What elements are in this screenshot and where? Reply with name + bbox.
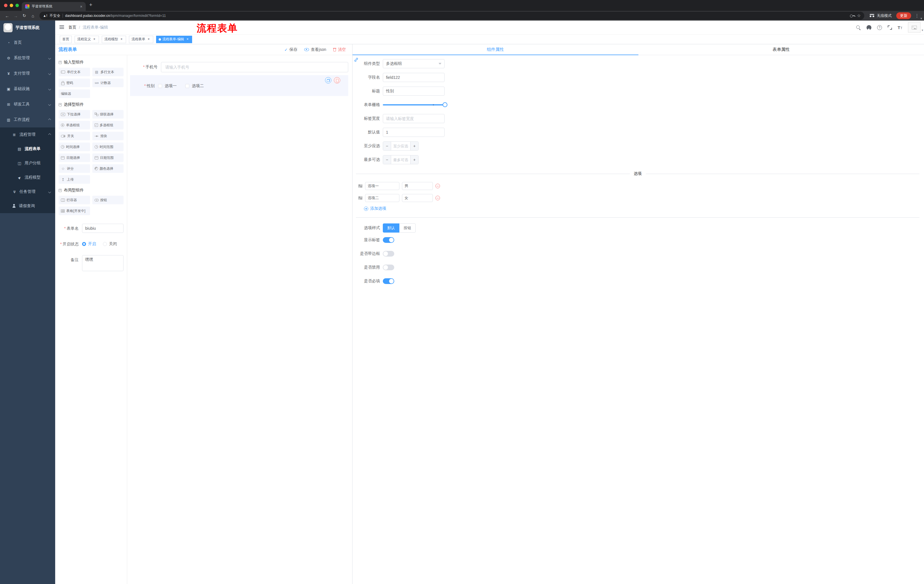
palette-item-select[interactable]: 下拉选择 — [59, 110, 90, 118]
palette-item-time-picker[interactable]: 时间选择 — [59, 143, 90, 151]
home-icon[interactable]: ⌂ — [29, 12, 37, 20]
tag-home[interactable]: 首页 — [60, 36, 72, 43]
palette-item-upload[interactable]: 上传 — [59, 175, 90, 184]
sidebar-item-task-management[interactable]: 任务管理 — [0, 184, 55, 199]
palette-item-password[interactable]: 密码 — [59, 79, 90, 87]
default-value-input[interactable] — [383, 128, 445, 137]
required-toggle[interactable] — [383, 278, 394, 284]
remove-option-icon[interactable] — [436, 196, 440, 200]
delete-component-button[interactable] — [334, 77, 340, 84]
show-label-toggle[interactable] — [383, 237, 394, 243]
style-default-button[interactable]: 默认 — [383, 224, 399, 233]
forward-icon[interactable]: → — [12, 12, 20, 20]
canvas-field-gender-selected[interactable]: 性别 选项一 选项二 — [130, 75, 348, 96]
increase-icon[interactable]: + — [410, 142, 418, 150]
sidebar-item-workflow[interactable]: 工作流程 — [0, 112, 55, 127]
palette-item-table[interactable]: 表格[开发中] — [59, 207, 90, 215]
clear-button[interactable]: 清空 — [333, 47, 346, 52]
field-name-input[interactable] — [383, 73, 445, 82]
sidebar-fold-button[interactable] — [55, 25, 68, 30]
link-icon[interactable] — [354, 58, 358, 63]
sidebar-item-home[interactable]: 首页 — [0, 35, 55, 50]
canvas-field-phone[interactable]: 手机号 — [127, 62, 352, 72]
label-width-input[interactable] — [383, 114, 445, 123]
tag-process-form-edit[interactable]: 流程表单-编辑 × — [156, 36, 192, 43]
back-icon[interactable]: ← — [3, 12, 12, 20]
sidebar-item-leave-query[interactable]: 请假查询 — [0, 199, 55, 213]
palette-item-slider[interactable]: 滑块 — [92, 132, 124, 140]
slider-handle[interactable] — [442, 102, 447, 107]
palette-item-editor[interactable]: 编辑器 — [59, 89, 90, 98]
drag-handle-icon[interactable] — [358, 196, 363, 200]
sidebar-item-user-group[interactable]: 用户分组 — [0, 156, 55, 170]
sidebar-item-system[interactable]: 系统管理 — [0, 50, 55, 66]
palette-item-multi-text[interactable]: 多行文本 — [92, 68, 124, 76]
sidebar-item-process-model[interactable]: 流程模型 — [0, 170, 55, 184]
view-json-button[interactable]: 查看json — [304, 47, 326, 52]
option-value-input[interactable] — [402, 194, 433, 202]
sidebar-item-infrastructure[interactable]: 基础设施 — [0, 81, 55, 97]
palette-item-cascader[interactable]: 级联选择 — [92, 110, 124, 118]
palette-item-checkbox-group[interactable]: 多选框组 — [92, 121, 124, 130]
title-input[interactable] — [383, 87, 445, 96]
palette-item-time-range[interactable]: 时间范围 — [92, 143, 124, 151]
min-select-input[interactable] — [391, 142, 410, 150]
form-remark-textarea[interactable]: 嘿嘿 — [82, 255, 124, 271]
form-grid-slider[interactable] — [383, 100, 447, 109]
save-button[interactable]: 保存 — [284, 47, 298, 52]
close-icon[interactable]: × — [92, 38, 96, 41]
tag-process-model[interactable]: 流程模型 × — [102, 36, 126, 43]
option-value-input[interactable] — [402, 182, 433, 190]
copy-component-button[interactable] — [325, 77, 332, 84]
disabled-toggle[interactable] — [383, 265, 394, 270]
breadcrumb-home[interactable]: 首页 — [68, 25, 76, 30]
palette-item-row-container[interactable]: 行容器 — [59, 196, 90, 204]
phone-input[interactable] — [161, 62, 348, 72]
reload-icon[interactable]: ↻ — [20, 12, 29, 20]
palette-item-date-range[interactable]: 日期范围 — [92, 153, 124, 162]
zoom-window-button[interactable] — [15, 4, 19, 7]
close-icon[interactable]: × — [119, 38, 124, 41]
radio-open[interactable]: 开启 — [82, 242, 96, 247]
browser-tab[interactable]: 芋道管理系统 × — [22, 2, 86, 11]
palette-item-single-text[interactable]: 单行文本 — [59, 68, 90, 76]
option-label-input[interactable] — [365, 182, 399, 190]
sidebar-item-payment[interactable]: 支付管理 — [0, 66, 55, 81]
add-option-button[interactable]: 添加选项 — [364, 206, 462, 211]
checkbox-option-one[interactable]: 选项一 — [158, 84, 177, 89]
security-label[interactable]: 不安全 — [50, 13, 60, 18]
close-tab-icon[interactable]: × — [79, 4, 84, 9]
border-toggle[interactable] — [383, 251, 394, 257]
drag-handle-icon[interactable] — [358, 184, 363, 188]
close-window-button[interactable] — [4, 4, 7, 7]
option-label-input[interactable] — [365, 194, 399, 202]
style-button-button[interactable]: 按钮 — [399, 224, 416, 233]
sidebar-item-devtools[interactable]: 研发工具 — [0, 97, 55, 112]
url-field[interactable]: ▲! 不安全 dashboard.yudao.iocoder.cn/bpm/ma… — [40, 12, 462, 20]
tag-process-definition[interactable]: 流程定义 × — [74, 36, 99, 43]
decrease-icon[interactable]: − — [383, 155, 391, 164]
palette-item-switch[interactable]: 开关 — [59, 132, 90, 140]
sidebar-item-process-form[interactable]: 流程表单 — [0, 142, 55, 156]
close-icon[interactable]: × — [147, 38, 151, 41]
decrease-icon[interactable]: − — [383, 142, 391, 150]
radio-closed[interactable]: 关闭 — [103, 242, 117, 247]
max-select-input[interactable] — [391, 155, 410, 164]
tag-process-form[interactable]: 流程表单 × — [129, 36, 153, 43]
close-icon[interactable]: × — [186, 38, 190, 41]
palette-item-rate[interactable]: 评分 — [59, 164, 90, 173]
palette-item-button[interactable]: 按钮 — [92, 196, 124, 204]
checkbox-option-two[interactable]: 选项二 — [185, 84, 204, 89]
palette-item-radio-group[interactable]: 单选框组 — [59, 121, 90, 130]
increase-icon[interactable]: + — [410, 155, 418, 164]
remove-option-icon[interactable] — [436, 184, 440, 188]
sidebar-item-process-management[interactable]: 流程管理 — [0, 127, 55, 142]
component-type-select[interactable]: 多选框组 — [383, 59, 445, 68]
palette-item-color-picker[interactable]: 颜色选择 — [92, 164, 124, 173]
minimize-window-button[interactable] — [10, 4, 13, 7]
palette-item-date-picker[interactable]: 日期选择 — [59, 153, 90, 162]
tab-component-props[interactable]: 组件属性 — [353, 44, 462, 55]
form-name-input[interactable] — [82, 224, 124, 233]
new-tab-button[interactable]: + — [89, 2, 92, 8]
palette-item-counter[interactable]: 计数器 — [92, 79, 124, 87]
